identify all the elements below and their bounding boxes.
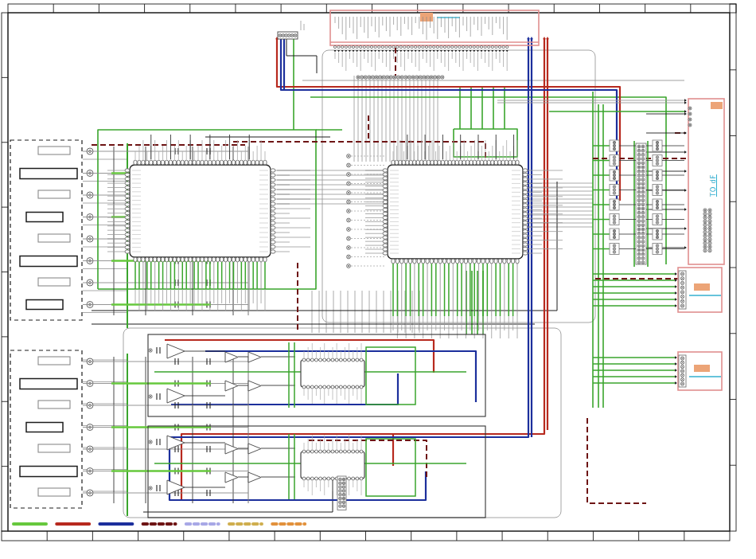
schematic-page: TO dF — [0, 0, 756, 559]
to-df-link[interactable]: TO dF — [709, 174, 717, 197]
switch-panel-1[interactable] — [10, 140, 93, 320]
bottom-header-strip[interactable] — [337, 476, 346, 510]
right-connector-b[interactable] — [678, 352, 722, 390]
right-connector-main[interactable] — [688, 99, 724, 264]
schematic-canvas — [0, 0, 756, 559]
gray-bus-wires — [83, 76, 684, 491]
switch-panel-2[interactable] — [10, 350, 93, 508]
drawing-frame — [2, 4, 736, 541]
right-connector-a[interactable] — [678, 268, 722, 312]
ic-u1[interactable] — [107, 135, 310, 311]
ic-u3[interactable] — [301, 343, 364, 404]
u2-input-header[interactable] — [347, 154, 385, 268]
top-mini-header[interactable] — [278, 21, 304, 39]
ic-u2[interactable] — [365, 135, 563, 338]
ic-u4[interactable] — [301, 435, 364, 495]
top-header[interactable] — [330, 10, 539, 79]
